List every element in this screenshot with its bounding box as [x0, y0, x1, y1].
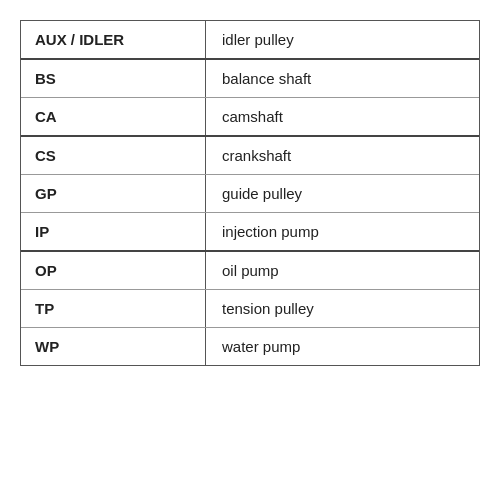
abbreviation-value: injection pump: [206, 213, 479, 250]
abbreviation-value: crankshaft: [206, 137, 479, 174]
abbreviation-key: CS: [21, 137, 206, 174]
table-row: CScrankshaft: [21, 137, 479, 175]
abbreviation-key: CA: [21, 98, 206, 135]
table-row: CAcamshaft: [21, 98, 479, 137]
abbreviation-table: AUX / IDLERidler pulleyBSbalance shaftCA…: [20, 20, 480, 366]
abbreviation-value: idler pulley: [206, 21, 479, 58]
abbreviation-key: TP: [21, 290, 206, 327]
abbreviation-key: OP: [21, 252, 206, 289]
table-row: IPinjection pump: [21, 213, 479, 252]
table-row: TPtension pulley: [21, 290, 479, 328]
abbreviation-value: camshaft: [206, 98, 479, 135]
table-row: OPoil pump: [21, 252, 479, 290]
abbreviation-key: AUX / IDLER: [21, 21, 206, 58]
abbreviation-value: oil pump: [206, 252, 479, 289]
abbreviation-key: WP: [21, 328, 206, 365]
abbreviation-value: balance shaft: [206, 60, 479, 97]
abbreviation-value: guide pulley: [206, 175, 479, 212]
table-row: AUX / IDLERidler pulley: [21, 21, 479, 60]
abbreviation-value: tension pulley: [206, 290, 479, 327]
table-row: GPguide pulley: [21, 175, 479, 213]
table-row: BSbalance shaft: [21, 60, 479, 98]
abbreviation-key: BS: [21, 60, 206, 97]
abbreviation-value: water pump: [206, 328, 479, 365]
abbreviation-key: GP: [21, 175, 206, 212]
table-row: WPwater pump: [21, 328, 479, 365]
abbreviation-key: IP: [21, 213, 206, 250]
